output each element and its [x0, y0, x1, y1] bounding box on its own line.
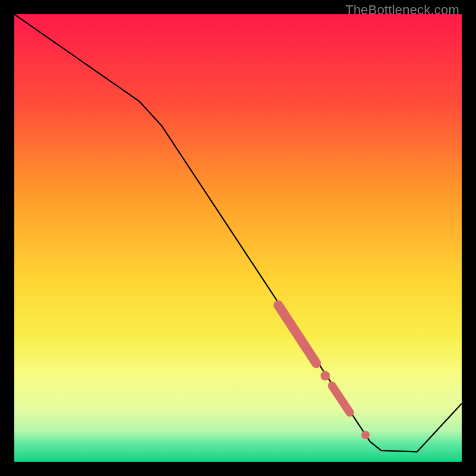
chart-container: TheBottleneck.com	[0, 0, 476, 476]
marker-dot-2	[361, 431, 369, 439]
marker-dot-1	[321, 371, 330, 381]
watermark-text: TheBottleneck.com	[345, 2, 459, 18]
chart-background	[14, 14, 462, 462]
chart-svg	[14, 14, 462, 462]
